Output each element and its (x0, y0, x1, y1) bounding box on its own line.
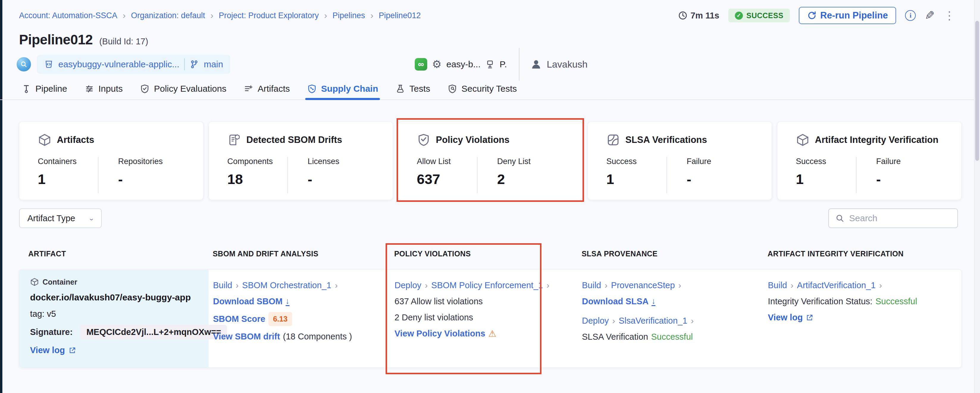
download-icon (286, 297, 290, 306)
status-badge: ✓ SUCCESS (728, 9, 790, 22)
repo-link[interactable]: easybuggy-vulnerable-applic... (58, 59, 180, 69)
download-slsa-link[interactable]: Download SLSA (582, 296, 649, 307)
step-link[interactable]: SBOM Policy Enforcement_1 (431, 280, 543, 291)
inputs-icon (84, 84, 94, 94)
user-name: Lavakush (547, 59, 588, 70)
stat-value: 1 (606, 171, 667, 187)
card-title: Policy Violations (436, 134, 510, 145)
column-artifact: ARTIFACT (19, 249, 208, 258)
chevron-right-icon (690, 315, 694, 326)
table-header: ARTIFACT SBOM AND DRIFT ANALYSIS POLICY … (19, 249, 962, 258)
sbom-drift-cell: Build SBOM Orchestration_1 Download SBOM… (208, 270, 390, 367)
artifact-cell: Container docker.io/lavakush07/easy-bugg… (19, 270, 208, 367)
allow-list-violations: 637 Allow list violations (395, 296, 483, 307)
scrollbar-thumb[interactable] (975, 21, 979, 161)
stat-value: 637 (417, 171, 477, 187)
stat-label: Allow List (417, 157, 477, 166)
tab-label: Artifacts (258, 84, 290, 94)
shield-check-icon (417, 133, 431, 147)
card-title: Artifact Integrity Verification (815, 134, 939, 145)
info-icon[interactable]: i (905, 10, 916, 21)
chevron-right-icon (210, 11, 213, 20)
stat-label: Failure (876, 157, 901, 166)
chevron-right-icon (334, 280, 338, 291)
execution-context: ∞ easy-b... P. (415, 58, 507, 70)
step-link[interactable]: SBOM Orchestration_1 (242, 280, 331, 291)
step-link[interactable]: ProvenanceStep (611, 280, 675, 291)
table-row: Container docker.io/lavakush07/easy-bugg… (19, 270, 962, 368)
sbom-score-link[interactable]: SBOM Score (213, 313, 266, 324)
external-link-icon (68, 347, 76, 354)
column-slsa-provenance: SLSA PROVENANCE (577, 249, 763, 258)
view-log-link[interactable]: View log (768, 312, 803, 323)
download-sbom-link[interactable]: Download SBOM (213, 296, 283, 307)
refresh-icon (807, 11, 817, 20)
card-artifacts: Artifacts Containers1 Repositories- (19, 121, 204, 200)
tab-inputs[interactable]: Inputs (84, 78, 123, 99)
breadcrumb-project[interactable]: Project: Product Exploratory (219, 11, 319, 20)
vertical-scrollbar[interactable] (974, 0, 980, 393)
view-log-link[interactable]: View log (30, 345, 65, 355)
artifact-type-select[interactable]: Artifact Type (19, 208, 102, 228)
column-integrity-verification: ARTIFACT INTEGRITY VERIFICATION (763, 249, 962, 258)
signature-label: Signature: (30, 327, 73, 337)
tab-label: Security Tests (461, 84, 517, 94)
view-log-row: View log (30, 345, 203, 355)
rerun-pipeline-button[interactable]: Re-run Pipeline (799, 7, 896, 24)
external-link-icon (806, 314, 813, 321)
pipeline-icon (21, 84, 31, 94)
tab-label: Supply Chain (321, 84, 378, 94)
security-shield-icon (447, 84, 457, 94)
card-title: Detected SBOM Drifts (247, 134, 342, 145)
meta-row: easybuggy-vulnerable-applic... main ∞ ea… (17, 54, 588, 75)
step-link[interactable]: SlsaVerification_1 (619, 315, 687, 326)
deny-list-violations: 2 Deny list violations (395, 312, 473, 323)
breadcrumb-pipelines[interactable]: Pipelines (332, 11, 365, 20)
user-avatar-icon (530, 58, 542, 71)
search-input[interactable] (849, 213, 951, 223)
tab-artifacts[interactable]: Artifacts (243, 78, 290, 99)
tab-security-tests[interactable]: Security Tests (447, 78, 517, 99)
stage-link[interactable]: Build (582, 280, 601, 291)
step-link[interactable]: ArtifactVerification_1 (797, 280, 876, 291)
tab-pipeline[interactable]: Pipeline (21, 78, 67, 99)
stat-value: 1 (38, 171, 98, 187)
search-icon (835, 214, 844, 223)
breadcrumb-pipeline012[interactable]: Pipeline012 (379, 11, 421, 20)
sbom-score-badge: 6.13 (268, 312, 293, 326)
integrity-status-prefix: Integrity Verification Status: (768, 296, 872, 307)
supply-chain-icon (307, 84, 317, 94)
stage-link[interactable]: Build (213, 280, 232, 291)
stat-value: - (876, 171, 901, 187)
breadcrumb-organization[interactable]: Organization: default (131, 11, 205, 20)
view-policy-violations-link[interactable]: View Policy Violations (395, 328, 485, 339)
card-title: Artifacts (57, 134, 94, 145)
policy-violations-cell: Deploy SBOM Policy Enforcement_1 637 All… (390, 270, 578, 367)
build-id: (Build Id: 17) (99, 37, 148, 46)
infrastructure-icon (485, 59, 495, 69)
top-bar: Account: Automation-SSCA Organization: d… (19, 0, 955, 31)
magnifier-glyph (20, 61, 28, 68)
artifact-tag: tag: v5 (30, 309, 203, 319)
tab-policy-evaluations[interactable]: Policy Evaluations (140, 78, 226, 99)
stage-link[interactable]: Deploy (395, 280, 421, 291)
artifact-type-label: Container (43, 278, 77, 286)
slsa-provenance-cell: Build ProvenanceStep Download SLSA Deplo… (578, 270, 764, 367)
tab-tests[interactable]: Tests (395, 78, 430, 99)
branch-link[interactable]: main (204, 59, 223, 69)
execution-duration: 7m 11s (678, 11, 719, 21)
stat-value: - (687, 171, 711, 187)
vertical-divider (519, 48, 519, 81)
tab-supply-chain[interactable]: Supply Chain (307, 78, 378, 99)
stage-link[interactable]: Deploy (582, 315, 609, 326)
view-sbom-drift-link[interactable]: View SBOM drift (213, 331, 280, 342)
artifact-image-name: docker.io/lavakush07/easy-buggy-app (30, 292, 203, 302)
kebab-menu-icon[interactable] (944, 9, 955, 22)
stat-value: 2 (497, 171, 531, 187)
breadcrumb: Account: Automation-SSCA Organization: d… (19, 11, 421, 20)
signature-row: Signature: MEQCICde2Vjl...L+2+mqnOXw== (30, 325, 203, 339)
stage-link[interactable]: Build (768, 280, 787, 291)
breadcrumb-account[interactable]: Account: Automation-SSCA (19, 11, 117, 20)
status-text: SUCCESS (746, 11, 783, 20)
edit-pencil-icon[interactable] (925, 9, 935, 22)
